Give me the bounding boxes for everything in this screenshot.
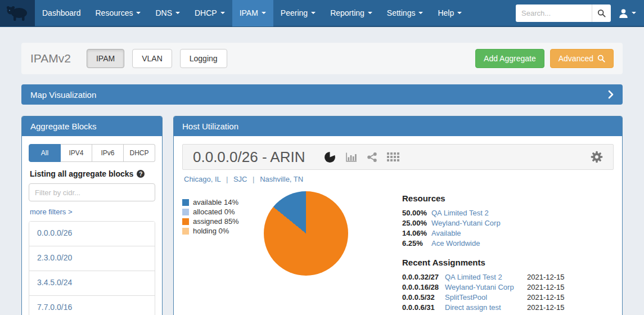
assignment-link[interactable]: Direct assign test (445, 303, 527, 312)
search-icon (597, 9, 606, 17)
share-icon (367, 152, 377, 163)
location-link[interactable]: Chicago, IL (184, 175, 220, 183)
location-link[interactable]: Nashville, TN (260, 175, 303, 183)
aggregate-blocks-header: Aggregate Blocks (22, 116, 162, 136)
pie-legend: available 14% allocated 0% assigned 85% … (182, 198, 259, 315)
listing-label-text: Listing all aggregate blocks (30, 169, 133, 178)
resource-link[interactable]: Available (431, 229, 461, 237)
nav-item-dhcp[interactable]: DHCP (187, 0, 232, 26)
tab-logging[interactable]: Logging (180, 49, 227, 68)
assignment-date: 2021-12-15 (527, 283, 565, 291)
legend-item: assigned 85% (182, 217, 259, 226)
settings-button[interactable] (591, 151, 603, 163)
user-icon (619, 8, 628, 18)
bar-view-button[interactable] (345, 152, 357, 163)
resource-pct: 50.00% (402, 209, 431, 217)
pie-view-button[interactable] (324, 151, 336, 163)
assignment-date: 2021-12-15 (527, 303, 565, 312)
nav-label: DHCP (195, 0, 217, 26)
user-menu[interactable] (619, 8, 636, 18)
legend-item: allocated 0% (182, 208, 259, 216)
help-icon[interactable]: ? (137, 170, 145, 178)
tab-ipam[interactable]: IPAM (87, 49, 124, 68)
resource-row: 6.25%Ace Worldwide (402, 239, 614, 248)
utilization-content: available 14% allocated 0% assigned 85% … (182, 190, 614, 315)
list-item[interactable]: 0.0.0.0/26 (29, 222, 155, 246)
share-button[interactable] (367, 152, 377, 163)
assignment-date: 2021-12-15 (527, 293, 565, 302)
assignment-row: 0.0.0.16/28Weyland-Yutani Corp2021-12-15 (402, 283, 614, 291)
nav-label: Peering (281, 0, 308, 26)
assignment-link[interactable]: QA Limited Test 2 (445, 273, 527, 281)
resource-pct: 25.00% (402, 219, 431, 227)
page-header: IPAMv2 IPAM VLAN Logging Add Aggregate A… (21, 43, 623, 74)
aggregate-filter-tabs: All IPV4 IPv6 DHCP (29, 144, 155, 162)
filter-tab-ipv6[interactable]: IPv6 (92, 144, 124, 162)
assignment-date: 2021-12-15 (527, 273, 565, 281)
app-logo[interactable] (0, 0, 35, 26)
list-item[interactable]: 3.4.5.0/24 (29, 271, 155, 296)
legend-item: available 14% (182, 198, 259, 206)
page-title: IPAMv2 (30, 52, 71, 65)
main-content: Aggregate Blocks All IPV4 IPv6 DHCP List… (21, 116, 623, 315)
global-search (516, 4, 611, 22)
nav-item-dns[interactable]: DNS (148, 0, 187, 26)
filter-tab-ipv4[interactable]: IPV4 (61, 144, 92, 162)
legend-item: holding 0% (182, 227, 259, 235)
advanced-search-button[interactable]: Advanced (550, 49, 614, 68)
assignment-cidr: 0.0.0.32/27 (402, 273, 445, 281)
legend-swatch (182, 209, 189, 215)
legend-label: holding 0% (193, 227, 229, 235)
host-utilization-header: Host Utilization (174, 116, 622, 136)
chevron-down-icon (311, 12, 316, 14)
cidr-filter-input[interactable] (29, 183, 155, 201)
nav-item-peering[interactable]: Peering (273, 0, 323, 26)
nav-item-resources[interactable]: Resources (88, 0, 148, 26)
separator: | (253, 175, 254, 183)
location-link[interactable]: SJC (233, 175, 247, 183)
nav-label: IPAM (240, 0, 258, 26)
header-actions: Add Aggregate Advanced (475, 49, 614, 68)
resource-link[interactable]: Weyland-Yutani Corp (431, 219, 501, 227)
filter-tab-dhcp[interactable]: DHCP (124, 144, 155, 162)
utilization-info: Resources 50.00%QA Limited Test 2 25.00%… (391, 190, 614, 315)
resource-row: 50.00%QA Limited Test 2 (402, 209, 614, 217)
nav-item-settings[interactable]: Settings (380, 0, 431, 26)
map-visualization-toggle[interactable]: Map Visualization (21, 84, 623, 105)
search-icon (597, 55, 605, 62)
assignment-link[interactable]: Weyland-Yutani Corp (445, 283, 527, 291)
nav-item-help[interactable]: Help (430, 0, 469, 26)
utilization-chart-area: available 14% allocated 0% assigned 85% … (182, 190, 391, 315)
separator: | (226, 175, 228, 183)
chevron-down-icon (175, 12, 180, 14)
nav-item-ipam[interactable]: IPAM (232, 0, 273, 26)
map-visualization-label: Map Visualization (30, 90, 96, 100)
chevron-right-icon (608, 90, 614, 99)
grid-icon (387, 152, 399, 161)
grid-view-button[interactable] (387, 152, 399, 161)
aggregate-blocks-panel: Aggregate Blocks All IPV4 IPv6 DHCP List… (21, 116, 163, 315)
add-aggregate-button[interactable]: Add Aggregate (475, 49, 544, 68)
resource-row: 25.00%Weyland-Yutani Corp (402, 219, 614, 227)
more-filters-link[interactable]: more filters > (30, 208, 73, 216)
assignment-cidr: 0.0.0.6/31 (402, 303, 445, 312)
nav-label: Reporting (330, 0, 364, 26)
nav-item-dashboard[interactable]: Dashboard (35, 0, 88, 26)
tab-vlan[interactable]: VLAN (132, 49, 172, 68)
location-links: Chicago, IL | SJC | Nashville, TN (184, 175, 612, 183)
list-item[interactable]: 7.7.0.0/16 (29, 296, 155, 315)
nav-item-reporting[interactable]: Reporting (323, 0, 380, 26)
resource-row: 14.06%Available (402, 229, 614, 237)
resource-link[interactable]: Ace Worldwide (431, 239, 480, 248)
resource-link[interactable]: QA Limited Test 2 (431, 209, 489, 217)
filter-tab-all[interactable]: All (29, 144, 61, 162)
resource-pct: 14.06% (402, 229, 431, 237)
pie-chart-icon (324, 151, 336, 163)
assignment-row: 0.0.0.32/27QA Limited Test 22021-12-15 (402, 273, 614, 281)
chevron-down-icon (368, 12, 372, 14)
search-input[interactable] (516, 4, 592, 22)
assignment-link[interactable]: SplitTestPool (445, 293, 527, 302)
list-item[interactable]: 2.3.0.0/20 (29, 246, 155, 271)
legend-label: allocated 0% (193, 208, 235, 216)
search-button[interactable] (592, 4, 611, 22)
